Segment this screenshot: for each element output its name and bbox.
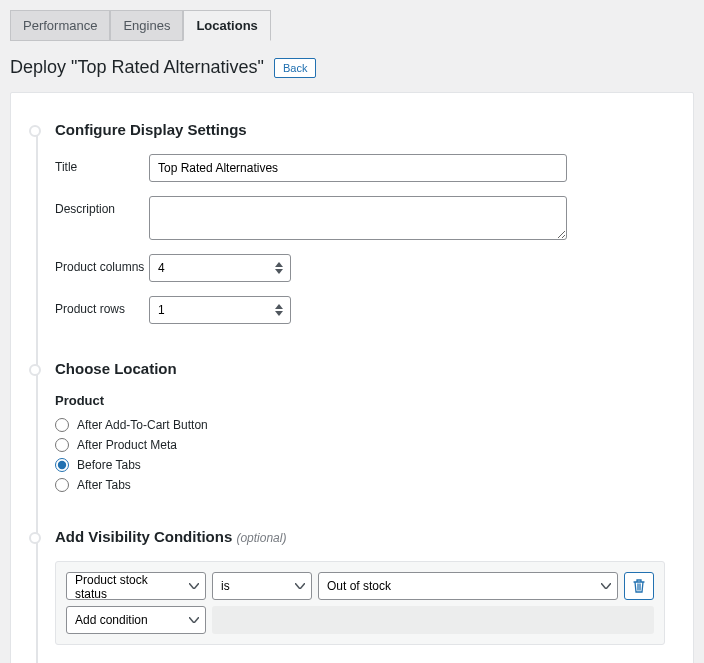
add-condition-text: Add condition bbox=[75, 613, 148, 627]
radio-label: After Product Meta bbox=[77, 438, 177, 452]
location-heading: Choose Location bbox=[55, 360, 665, 377]
title-label: Title bbox=[55, 154, 149, 174]
page-header: Deploy "Top Rated Alternatives" Back bbox=[10, 57, 694, 78]
section-visibility: Add Visibility Conditions (optional) Pro… bbox=[55, 528, 665, 645]
conditions-box: Product stock status is Out of stock bbox=[55, 561, 665, 645]
visibility-heading: Add Visibility Conditions (optional) bbox=[55, 528, 665, 545]
tab-engines[interactable]: Engines bbox=[110, 10, 183, 41]
trash-icon bbox=[633, 579, 645, 593]
radio-after-add-to-cart[interactable]: After Add-To-Cart Button bbox=[55, 418, 665, 432]
timeline-line bbox=[36, 127, 38, 663]
cols-label: Product columns bbox=[55, 254, 149, 274]
radio-label: After Add-To-Cart Button bbox=[77, 418, 208, 432]
add-condition-select[interactable]: Add condition bbox=[66, 606, 206, 634]
condition-op-text: is bbox=[221, 579, 230, 593]
tab-performance[interactable]: Performance bbox=[10, 10, 110, 41]
condition-field-text: Product stock status bbox=[75, 573, 148, 601]
rows-label: Product rows bbox=[55, 296, 149, 316]
timeline-dot bbox=[29, 532, 41, 544]
radio-input[interactable] bbox=[55, 458, 69, 472]
delete-condition-button[interactable] bbox=[624, 572, 654, 600]
section-location: Choose Location Product After Add-To-Car… bbox=[55, 360, 665, 492]
condition-placeholder bbox=[212, 606, 654, 634]
description-input[interactable] bbox=[149, 196, 567, 240]
radio-label: Before Tabs bbox=[77, 458, 141, 472]
location-subhead: Product bbox=[55, 393, 665, 408]
radio-input[interactable] bbox=[55, 418, 69, 432]
radio-label: After Tabs bbox=[77, 478, 131, 492]
radio-after-meta[interactable]: After Product Meta bbox=[55, 438, 665, 452]
condition-operator-select[interactable]: is bbox=[212, 572, 312, 600]
tabs: Performance Engines Locations bbox=[10, 10, 694, 41]
title-input[interactable] bbox=[149, 154, 567, 182]
chevron-down-icon bbox=[189, 583, 199, 589]
page-title: Deploy "Top Rated Alternatives" bbox=[10, 57, 264, 78]
visibility-heading-text: Add Visibility Conditions bbox=[55, 528, 232, 545]
radio-after-tabs[interactable]: After Tabs bbox=[55, 478, 665, 492]
chevron-down-icon bbox=[189, 617, 199, 623]
panel: Configure Display Settings Title Descrip… bbox=[10, 92, 694, 663]
section-display: Configure Display Settings Title Descrip… bbox=[55, 121, 665, 324]
optional-text: (optional) bbox=[236, 531, 286, 545]
display-heading: Configure Display Settings bbox=[55, 121, 665, 138]
back-button[interactable]: Back bbox=[274, 58, 316, 78]
chevron-down-icon bbox=[295, 583, 305, 589]
tab-locations[interactable]: Locations bbox=[183, 10, 270, 41]
radio-input[interactable] bbox=[55, 478, 69, 492]
radio-before-tabs[interactable]: Before Tabs bbox=[55, 458, 665, 472]
description-label: Description bbox=[55, 196, 149, 216]
cols-input[interactable] bbox=[149, 254, 291, 282]
timeline-dot bbox=[29, 125, 41, 137]
timeline-dot bbox=[29, 364, 41, 376]
condition-value-select[interactable]: Out of stock bbox=[318, 572, 618, 600]
radio-input[interactable] bbox=[55, 438, 69, 452]
rows-input[interactable] bbox=[149, 296, 291, 324]
chevron-down-icon bbox=[601, 583, 611, 589]
condition-value-text: Out of stock bbox=[327, 579, 391, 593]
condition-field-select[interactable]: Product stock status bbox=[66, 572, 206, 600]
